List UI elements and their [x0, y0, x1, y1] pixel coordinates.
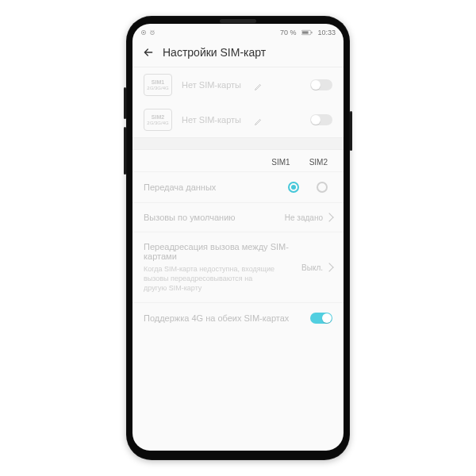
radio-sim1[interactable] [288, 182, 299, 193]
sim-status-text: Нет SIM-карты [182, 115, 241, 125]
row-label: Переадресация вызова между SIM-картами [144, 242, 301, 261]
sim-radio-group [288, 182, 332, 193]
chevron-right-icon [324, 213, 333, 221]
phone-side-button [350, 111, 352, 151]
status-right: 70 % 10:33 [277, 29, 336, 37]
sim-slot-2[interactable]: SIM2 2G/3G/4G Нет SIM-карты [132, 102, 344, 137]
sim-chip-bands: 2G/3G/4G [147, 121, 168, 126]
back-button[interactable] [142, 46, 155, 59]
row-subtext: Когда SIM-карта недоступна, входящие выз… [144, 264, 274, 293]
sim-chip-bands: 2G/3G/4G [147, 86, 168, 91]
row-default-calls[interactable]: Вызовы по умолчанию Не задано [132, 202, 344, 232]
phone-frame: 70 % 10:33 Настройки SIM-карт SIM1 2G/3G… [126, 16, 350, 460]
row-label: Вызовы по умолчанию [144, 213, 285, 222]
row-label: Передача данных [144, 182, 288, 192]
page-title: Настройки SIM-карт [163, 46, 266, 59]
phone-side-button [124, 127, 126, 175]
sim-slot-1[interactable]: SIM1 2G/3G/4G Нет SIM-карты [132, 67, 344, 102]
alarm-icon [149, 29, 155, 37]
col-sim1: SIM1 [271, 158, 290, 167]
section-divider [132, 137, 344, 150]
svg-rect-5 [302, 31, 309, 33]
phone-speaker [220, 19, 256, 23]
sim-card-icon: SIM1 2G/3G/4G [144, 74, 172, 96]
battery-text: 70 % [280, 29, 297, 36]
col-sim2: SIM2 [309, 158, 328, 167]
row-label: Поддержка 4G на обеих SIM-картах [144, 313, 310, 323]
svg-rect-4 [311, 32, 312, 33]
title-bar: Настройки SIM-карт [132, 40, 344, 67]
sim-chip-name: SIM2 [152, 114, 164, 121]
sim-card-icon: SIM2 2G/3G/4G [144, 109, 172, 131]
screen: 70 % 10:33 Настройки SIM-карт SIM1 2G/3G… [132, 24, 344, 451]
sim-chip-name: SIM1 [152, 79, 164, 86]
row-call-forwarding[interactable]: Переадресация вызова между SIM-картами К… [132, 232, 344, 302]
edit-icon[interactable] [254, 80, 263, 90]
sim-column-header: SIM1 SIM2 [132, 150, 344, 171]
radio-sim2[interactable] [317, 182, 328, 193]
sim2-toggle[interactable] [310, 114, 332, 125]
status-left [140, 29, 155, 37]
edit-icon[interactable] [254, 115, 263, 125]
status-bar: 70 % 10:33 [132, 24, 344, 40]
clock-text: 10:33 [317, 29, 336, 36]
battery-icon [301, 29, 313, 37]
chevron-right-icon [324, 263, 333, 272]
phone-side-button [124, 87, 126, 119]
location-icon [140, 29, 147, 37]
row-data-transfer[interactable]: Передача данных [132, 171, 344, 202]
row-value: Выкл. [301, 263, 323, 272]
row-value: Не задано [285, 213, 323, 222]
row-dual-4g[interactable]: Поддержка 4G на обеих SIM-картах [132, 302, 344, 333]
sim1-toggle[interactable] [310, 79, 332, 90]
dual-4g-toggle[interactable] [310, 313, 332, 324]
svg-point-1 [143, 32, 144, 33]
sim-status-text: Нет SIM-карты [182, 80, 241, 90]
